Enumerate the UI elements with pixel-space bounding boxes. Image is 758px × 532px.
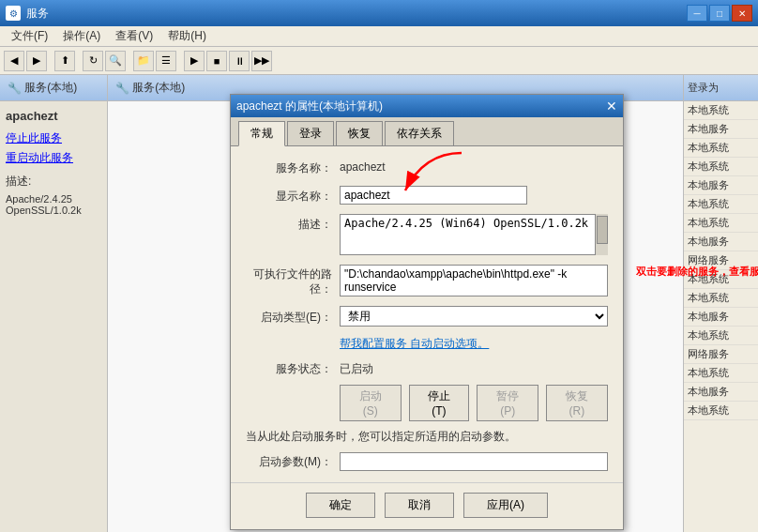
stop-service-link[interactable]: 停止此服务 — [6, 130, 101, 146]
dialog-title-bar: apachezt 的属性(本地计算机) ✕ — [231, 95, 623, 117]
main-area: 🔧 服务(本地) apachezt 停止此服务 重启动此服务 描述: Apach… — [0, 75, 758, 532]
minimize-button[interactable]: ─ — [687, 5, 707, 22]
service-name-value: apachezt — [340, 158, 608, 174]
list-item: 本地服务 — [684, 176, 758, 195]
desc-row: 描述： Apache/2.4.25 (Win64) OpenSSL/1.0.2k — [246, 214, 608, 255]
restart-service-link[interactable]: 重启动此服务 — [6, 150, 101, 166]
left-panel-header: 🔧 服务(本地) — [0, 75, 107, 101]
stop-button[interactable]: 停止(T) — [409, 385, 470, 421]
apply-button[interactable]: 应用(A) — [463, 493, 548, 518]
display-name-label: 显示名称： — [246, 186, 340, 205]
list-item: 本地系统 — [684, 101, 758, 120]
startup-type-row: 启动类型(E)： 禁用 自动 手动 — [246, 306, 608, 327]
start-params-desc: 当从此处启动服务时，您可以指定所适用的启动参数。 — [246, 429, 608, 445]
params-input[interactable] — [340, 452, 608, 471]
list-item: 本地系统 — [684, 214, 758, 233]
dialog-close-button[interactable]: ✕ — [606, 99, 617, 114]
list-item: 本地服务 — [684, 233, 758, 251]
desc-scrollbar[interactable] — [595, 214, 608, 255]
folder-button[interactable]: 📁 — [133, 51, 154, 71]
desc-textarea[interactable]: Apache/2.4.25 (Win64) OpenSSL/1.0.2k — [340, 214, 608, 255]
find-button[interactable]: 🔍 — [105, 51, 126, 71]
dialog-tabs: 常规 登录 恢复 依存关系 — [231, 117, 623, 146]
service-buttons: 启动(S) 停止(T) 暂停(P) 恢复(R) — [340, 385, 608, 421]
pause-button2[interactable]: ⏸ — [229, 51, 250, 71]
path-value: "D:\chandao\xampp\apache\bin\httpd.exe" … — [340, 265, 608, 296]
list-item: 网络服务 — [684, 345, 758, 364]
path-row: 可执行文件的路径： "D:\chandao\xampp\apache\bin\h… — [246, 265, 608, 296]
list-item: 本地系统 — [684, 195, 758, 214]
right-panel-items: 本地系统 本地服务 本地系统 本地系统 本地服务 本地系统 本地系统 本地服务 … — [684, 101, 758, 420]
app-icon: ⚙ — [6, 6, 21, 21]
path-label: 可执行文件的路径： — [246, 265, 340, 296]
properties-dialog: apachezt 的属性(本地计算机) ✕ 常规 登录 恢复 依存关系 服务名称… — [230, 94, 624, 530]
desc-label: 描述: — [6, 174, 101, 190]
annotation-text: 双击要删除的服务，查看服务名称 — [636, 265, 758, 279]
dialog-content: 服务名称： apachezt — [231, 146, 623, 482]
list-item: 本地系统 — [684, 327, 758, 345]
ok-button[interactable]: 确定 — [306, 493, 375, 518]
pause-button[interactable]: 暂停(P) — [477, 385, 538, 421]
list-item: 本地系统 — [684, 402, 758, 420]
right-panel-header: 登录为 — [684, 75, 758, 101]
list-item: 本地系统 — [684, 364, 758, 383]
cancel-button[interactable]: 取消 — [385, 493, 454, 518]
params-label: 启动参数(M)： — [246, 454, 340, 470]
display-name-row: 显示名称： — [246, 186, 608, 205]
title-bar-controls: ─ □ ✕ — [687, 5, 752, 22]
tab-recovery[interactable]: 恢复 — [336, 121, 383, 145]
dialog-title-text: apachezt 的属性(本地计算机) — [236, 99, 383, 114]
resume-button[interactable]: 恢复(R) — [546, 385, 608, 421]
dialog-footer: 确定 取消 应用(A) — [231, 482, 623, 529]
start-button[interactable]: 启动(S) — [340, 385, 402, 421]
service-name-row: 服务名称： apachezt — [246, 158, 608, 176]
status-label: 服务状态： — [246, 361, 340, 377]
forward-button[interactable]: ▶ — [26, 51, 47, 71]
window-title: 服务 — [26, 6, 49, 22]
menu-file[interactable]: 文件(F) — [4, 26, 55, 46]
desc-form-label: 描述： — [246, 214, 340, 233]
play-button[interactable]: ▶ — [184, 51, 205, 71]
list-item: 本地系统 — [684, 158, 758, 176]
restart-button2[interactable]: ▶▶ — [251, 51, 272, 71]
status-value: 已启动 — [340, 361, 373, 377]
close-button[interactable]: ✕ — [732, 5, 752, 22]
maximize-button[interactable]: □ — [709, 5, 730, 22]
back-button[interactable]: ◀ — [4, 51, 24, 71]
display-name-input[interactable] — [340, 186, 527, 205]
list-item: 本地服务 — [684, 383, 758, 402]
list-item: 本地系统 — [684, 289, 758, 308]
service-info: apachezt 停止此服务 重启动此服务 描述: Apache/2.4.25 … — [0, 101, 107, 223]
detail-button[interactable]: ☰ — [156, 51, 176, 71]
list-item: 本地系统 — [684, 139, 758, 158]
list-item: 本地服务 — [684, 120, 758, 139]
right-panel: 登录为 本地系统 本地服务 本地系统 本地系统 本地服务 本地系统 本地系统 本… — [683, 75, 758, 532]
tab-dependencies[interactable]: 依存关系 — [385, 121, 454, 145]
startup-type-select[interactable]: 禁用 自动 手动 — [340, 306, 608, 327]
title-bar-left: ⚙ 服务 — [6, 6, 49, 22]
desc-text: Apache/2.4.25 OpenSSL/1.0.2k — [6, 193, 101, 216]
tab-general[interactable]: 常规 — [238, 121, 285, 146]
menu-bar: 文件(F) 操作(A) 查看(V) 帮助(H) — [0, 26, 758, 47]
menu-help[interactable]: 帮助(H) — [160, 26, 214, 46]
params-row: 启动参数(M)： — [246, 452, 608, 471]
help-link[interactable]: 帮我配置服务 自动启动选项。 — [340, 337, 489, 350]
service-name-label: 服务名称： — [246, 158, 340, 176]
menu-action[interactable]: 操作(A) — [55, 26, 108, 46]
startup-type-label: 启动类型(E)： — [246, 307, 340, 326]
refresh-button[interactable]: ↻ — [83, 51, 103, 71]
title-bar: ⚙ 服务 ─ □ ✕ — [0, 0, 758, 26]
help-link-row: 帮我配置服务 自动启动选项。 — [340, 336, 608, 352]
toolbar: ◀ ▶ ⬆ ↻ 🔍 📁 ☰ ▶ ■ ⏸ ▶▶ — [0, 47, 758, 75]
stop-button2[interactable]: ■ — [206, 51, 227, 71]
service-display-name: apachezt — [6, 109, 101, 123]
up-button[interactable]: ⬆ — [54, 51, 75, 71]
content-area: 🔧 服务(本地) apachezt 的属性(本地计算机) ✕ 常规 登录 恢复 … — [108, 75, 683, 532]
scrollbar-thumb — [597, 216, 608, 244]
status-row: 服务状态： 已启动 — [246, 361, 608, 377]
status-section: 服务状态： 已启动 启动(S) 停止(T) 暂停(P) 恢复(R) — [246, 361, 608, 421]
left-panel: 🔧 服务(本地) apachezt 停止此服务 重启动此服务 描述: Apach… — [0, 75, 108, 532]
tab-login[interactable]: 登录 — [287, 121, 334, 145]
menu-view[interactable]: 查看(V) — [108, 26, 160, 46]
list-item: 本地服务 — [684, 308, 758, 327]
